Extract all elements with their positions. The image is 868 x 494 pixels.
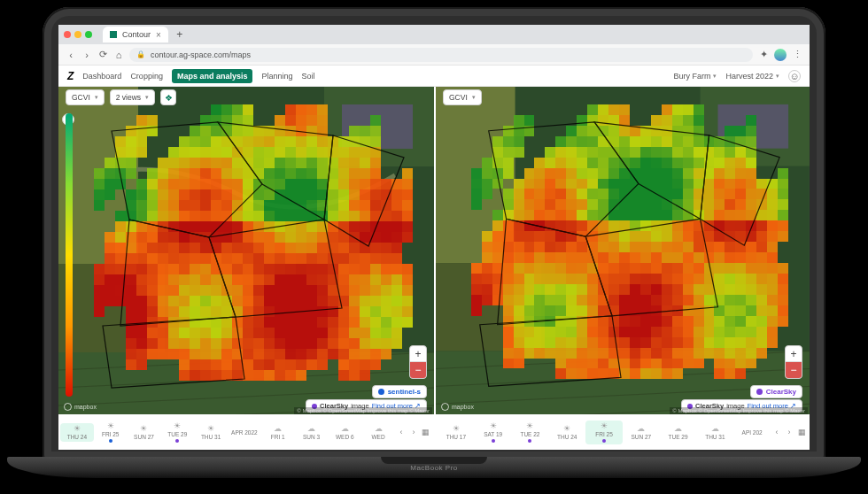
home-button[interactable]: ⌂ [113,50,124,60]
timeline-label: TUE 22 [520,431,539,437]
laptop-base: MacBook Pro [7,457,861,478]
timeline-label: TUE 29 [669,434,688,440]
source-label: sentinel-s [388,388,421,396]
timeline-slot[interactable]: ☀SAT 19 [475,421,512,444]
timeline-slot[interactable]: ☀FRI 25 [585,421,623,444]
maximize-window-icon[interactable] [85,31,92,38]
menu-icon[interactable]: ⋮ [792,50,802,60]
index-select[interactable]: GCVI ▾ [443,89,482,105]
sun-icon: ☀ [563,425,570,433]
timeline-label: API 202 [742,429,763,436]
sun-icon: ☀ [107,422,114,430]
source-badge[interactable]: ClearSky [750,385,802,398]
browser-tab[interactable]: Contour × [103,27,168,42]
timeline-slot[interactable]: ☁THU 31 [696,423,733,442]
timeline-slot[interactable]: ☁FRI 1 [261,423,295,442]
zoom-in-button[interactable]: + [410,346,426,362]
timeline-next-button[interactable]: › [407,414,420,450]
timeline-slot[interactable]: ☁SUN 3 [295,423,329,442]
calendar-button[interactable]: ▦ [420,414,432,450]
close-tab-icon[interactable]: × [156,30,161,40]
nav-maps-analysis[interactable]: Maps and analysis [172,69,253,83]
new-tab-button[interactable]: + [174,28,186,41]
layers-button[interactable]: ❖ [160,89,176,105]
close-window-icon[interactable] [64,31,71,38]
timeline-slot[interactable]: APR 2022 [228,427,261,437]
availability-dot-icon [109,439,112,443]
timeline-prev-button[interactable]: ‹ [395,414,407,450]
map-panel-left[interactable]: GCVI ▾ 2 views ▾ ❖ ? + [58,87,434,450]
nav-soil[interactable]: Soil [301,72,314,81]
timeline-slot[interactable]: ☀THU 24 [548,423,585,442]
timeline-slot[interactable]: ☀THU 17 [438,423,475,442]
timeline-next-button[interactable]: › [783,414,795,450]
app-logo[interactable]: Z [67,70,74,82]
timeline-slot[interactable]: ☁WED 6 [328,423,361,442]
availability-dot-icon [492,439,495,443]
mapbox-label: mapbox [452,404,474,410]
chevron-down-icon: ▾ [95,94,98,101]
back-button[interactable]: ‹ [66,50,76,60]
timeline-label: THU 31 [201,434,221,440]
sun-icon: ☀ [490,422,497,430]
mapbox-icon [64,403,72,411]
timeline-slot[interactable]: ☀SUN 27 [128,423,161,442]
extensions-icon[interactable]: ✦ [758,50,769,60]
zoom-out-button[interactable]: − [410,362,426,378]
chevron-down-icon: ▾ [713,73,717,80]
harvest-select[interactable]: Harvest 2022▾ [725,72,779,81]
cloud-icon: ☁ [637,425,645,433]
tab-title: Contour [122,30,151,39]
user-icon[interactable]: ☺ [788,70,801,82]
timeline-label: APR 2022 [231,429,258,436]
mapbox-attribution[interactable]: mapbox [64,403,97,411]
timeline-prev-button[interactable]: ‹ [771,414,783,450]
timeline-label: THU 31 [705,434,725,440]
timeline-label: SUN 27 [631,434,651,440]
timeline-label: THU 24 [557,434,577,440]
timeline-slot[interactable]: ☀THU 31 [194,423,228,442]
cloud-icon: ☁ [307,425,315,433]
sun-icon: ☀ [601,422,608,430]
zoom-in-button[interactable]: + [786,346,802,362]
panel-toolbar-right: GCVI ▾ [436,87,810,108]
farm-select[interactable]: Bury Farm▾ [673,72,717,81]
lock-icon: 🔒 [136,50,145,58]
timeline-slot[interactable]: ☁TUE 29 [660,423,697,442]
source-badge[interactable]: sentinel-s [372,385,427,398]
timeline-label: WED 6 [336,434,354,440]
mapbox-attribution[interactable]: mapbox [441,403,474,411]
address-bar[interactable]: 🔒 contour.ag-space.com/maps [129,48,753,62]
source-label: ClearSky [766,388,796,396]
reload-button[interactable]: ⟳ [97,50,108,60]
cloud-icon: ☁ [674,425,682,433]
nav-planning[interactable]: Planning [261,72,292,81]
sun-icon: ☀ [526,422,533,430]
timeline-left: ☀THU 24☀FRI 25☀SUN 27☀TUE 29☀THU 31APR 2… [58,414,434,450]
timeline-label: FRI 1 [271,434,285,440]
timeline-slot[interactable]: ☁WED [361,423,395,442]
calendar-button[interactable]: ▦ [795,414,808,450]
chevron-down-icon: ▾ [776,73,779,80]
profile-avatar[interactable] [774,49,787,61]
views-select[interactable]: 2 views ▾ [110,89,155,105]
nav-cropping[interactable]: Cropping [130,72,163,81]
timeline-label: SUN 3 [303,434,320,440]
forward-button[interactable]: › [81,50,92,60]
timeline-label: TUE 29 [167,431,187,437]
timeline-slot[interactable]: ☀TUE 22 [512,421,549,444]
zoom-control: + − [409,345,427,379]
map-panel-right[interactable]: GCVI ▾ + − ClearSky ClearSky [434,87,810,450]
sun-icon: ☀ [140,425,147,433]
harvest-label: Harvest 2022 [725,72,773,81]
timeline-slot[interactable]: API 202 [733,427,771,437]
timeline-slot[interactable]: ☀THU 24 [60,423,94,442]
zoom-control: + − [785,345,802,379]
nav-dashboard[interactable]: Dashboard [82,72,121,81]
minimize-window-icon[interactable] [74,31,81,38]
index-select[interactable]: GCVI ▾ [66,89,105,105]
timeline-slot[interactable]: ☀TUE 29 [160,421,194,444]
timeline-slot[interactable]: ☀FRI 25 [94,421,128,444]
zoom-out-button[interactable]: − [786,362,802,378]
timeline-slot[interactable]: ☁SUN 27 [623,423,660,442]
